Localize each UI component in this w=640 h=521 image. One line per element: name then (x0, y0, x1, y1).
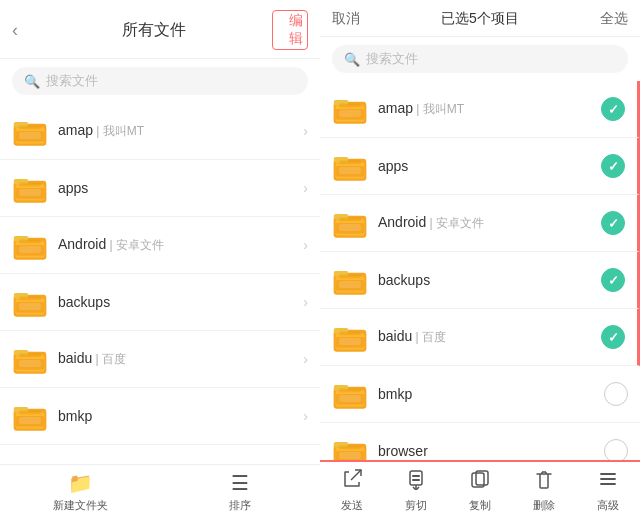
list-item[interactable]: browser › (0, 445, 320, 464)
edit-button[interactable]: 编辑 (272, 10, 308, 50)
check-circle[interactable] (601, 268, 625, 292)
svg-rect-81 (339, 218, 361, 222)
list-item[interactable]: apps (320, 138, 640, 195)
svg-rect-129 (412, 479, 420, 481)
svg-rect-27 (19, 303, 41, 310)
folder-icon (12, 455, 48, 464)
chevron-right-icon: › (303, 351, 308, 367)
folder-icon (12, 170, 48, 206)
toolbar-icon (597, 468, 619, 495)
file-name: browser (378, 443, 594, 459)
selected-count-label: 已选5个项目 (368, 10, 592, 28)
folder-icon (332, 148, 368, 184)
file-name: amap | 我叫MT (58, 122, 293, 140)
toolbar-icon: 📁 (68, 471, 93, 495)
folder-icon (12, 227, 48, 263)
right-file-list: amap | 我叫MT apps Android | 安卓文件 bac (320, 81, 640, 460)
select-all-button[interactable]: 全选 (592, 10, 628, 28)
action-toolbar-item[interactable]: 发送 (320, 468, 384, 513)
toolbar-label: 删除 (533, 498, 555, 513)
folder-icon (332, 433, 368, 460)
svg-rect-69 (339, 110, 361, 117)
toolbar-icon (341, 468, 363, 495)
svg-rect-41 (19, 417, 41, 424)
check-circle[interactable] (601, 154, 625, 178)
left-bottom-toolbar: 📁 新建文件夹 ☰ 排序 (0, 464, 320, 521)
check-circle[interactable] (604, 382, 628, 406)
list-item[interactable]: browser (320, 423, 640, 460)
file-name: baidu | 百度 (378, 328, 591, 346)
folder-icon (332, 319, 368, 355)
list-item[interactable]: baidu | 百度 (320, 309, 640, 366)
action-toolbar-item[interactable]: 剪切 (384, 468, 448, 513)
action-toolbar-item[interactable]: 高级 (576, 468, 640, 513)
toolbar-icon: ☰ (231, 471, 249, 495)
file-name: bmkp (58, 408, 293, 424)
action-toolbar-item[interactable]: 删除 (512, 468, 576, 513)
svg-rect-20 (19, 246, 41, 253)
folder-icon (332, 376, 368, 412)
right-action-toolbar: 发送 剪切 复制 删除 高级 (320, 460, 640, 521)
right-header: 取消 已选5个项目 全选 (320, 0, 640, 37)
toolbar-label: 剪切 (405, 498, 427, 513)
list-item[interactable]: Android | 安卓文件 › (0, 217, 320, 274)
list-item[interactable]: backups › (0, 274, 320, 331)
svg-rect-4 (19, 126, 41, 130)
svg-rect-74 (339, 161, 361, 165)
check-circle[interactable] (601, 97, 625, 121)
list-item[interactable]: bmkp › (0, 388, 320, 445)
file-name: apps (378, 158, 591, 174)
file-name: backups (378, 272, 591, 288)
chevron-right-icon: › (303, 408, 308, 424)
file-name: baidu | 百度 (58, 350, 293, 368)
file-name: backups (58, 294, 293, 310)
list-item[interactable]: apps › (0, 160, 320, 217)
list-item[interactable]: backups (320, 252, 640, 309)
check-circle[interactable] (601, 325, 625, 349)
svg-rect-127 (410, 471, 422, 485)
list-item[interactable]: bmkp (320, 366, 640, 423)
toolbar-label: 排序 (229, 498, 251, 513)
check-circle[interactable] (601, 211, 625, 235)
list-item[interactable]: amap | 我叫MT › (0, 103, 320, 160)
list-item[interactable]: Android | 安卓文件 (320, 195, 640, 252)
list-item[interactable]: baidu | 百度 › (0, 331, 320, 388)
svg-rect-39 (19, 411, 41, 415)
svg-rect-88 (339, 275, 361, 279)
toolbar-label: 发送 (341, 498, 363, 513)
svg-rect-76 (339, 167, 361, 174)
right-panel: 取消 已选5个项目 全选 🔍 搜索文件 amap | 我叫MT apps (320, 0, 640, 521)
chevron-right-icon: › (303, 123, 308, 139)
svg-rect-95 (339, 332, 361, 336)
toolbar-label: 复制 (469, 498, 491, 513)
back-icon[interactable]: ‹ (12, 20, 36, 41)
svg-rect-25 (19, 297, 41, 301)
folder-icon (12, 284, 48, 320)
left-header: ‹ 所有文件 编辑 (0, 0, 320, 59)
toolbar-label: 新建文件夹 (53, 498, 108, 513)
cancel-button[interactable]: 取消 (332, 10, 368, 28)
left-search-placeholder: 搜索文件 (46, 72, 98, 90)
toolbar-item[interactable]: 📁 新建文件夹 (0, 471, 160, 513)
toolbar-icon (469, 468, 491, 495)
svg-rect-104 (339, 395, 361, 402)
file-name: bmkp (378, 386, 594, 402)
svg-rect-90 (339, 281, 361, 288)
chevron-right-icon: › (303, 237, 308, 253)
search-icon-right: 🔍 (344, 52, 360, 67)
toolbar-icon (533, 468, 555, 495)
toolbar-item[interactable]: ☰ 排序 (160, 471, 320, 513)
svg-rect-13 (19, 189, 41, 196)
svg-rect-6 (19, 132, 41, 139)
svg-rect-18 (19, 240, 41, 244)
left-search-bar[interactable]: 🔍 搜索文件 (12, 67, 308, 95)
check-circle[interactable] (604, 439, 628, 460)
folder-icon (12, 341, 48, 377)
svg-rect-97 (339, 338, 361, 345)
list-item[interactable]: amap | 我叫MT (320, 81, 640, 138)
svg-line-126 (351, 470, 361, 480)
svg-rect-83 (339, 224, 361, 231)
file-name: amap | 我叫MT (378, 100, 591, 118)
action-toolbar-item[interactable]: 复制 (448, 468, 512, 513)
right-search-bar[interactable]: 🔍 搜索文件 (332, 45, 628, 73)
